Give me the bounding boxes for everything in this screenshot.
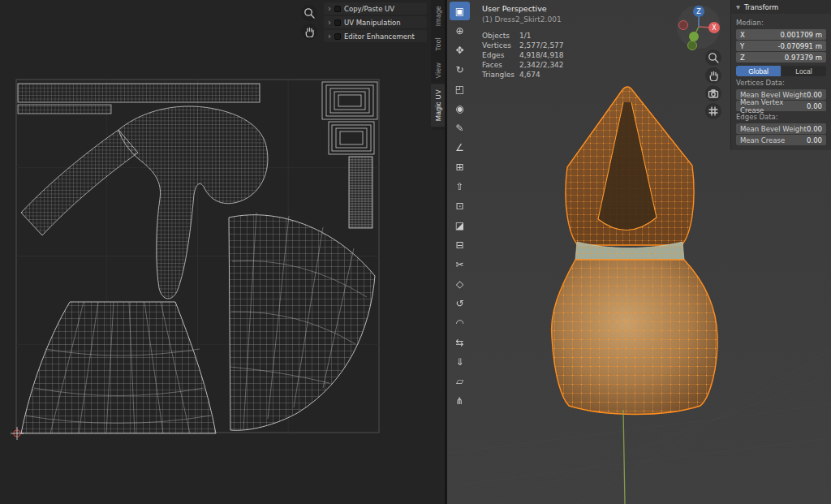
tool-edge-slide[interactable]: ⇆ bbox=[450, 333, 470, 351]
add-cube-icon: ⊞ bbox=[455, 162, 463, 173]
hand-icon bbox=[304, 26, 315, 37]
active-object-label: (1) Dress2_Skirt2.001 bbox=[482, 15, 562, 24]
tool-rotate[interactable]: ↻ bbox=[450, 60, 470, 79]
axis-value: 0.97379 m bbox=[785, 54, 822, 62]
stat-label: Triangles bbox=[482, 71, 519, 79]
gizmo-neg-y-ball bbox=[688, 41, 697, 50]
panel-uv-manipulation[interactable]: › UV Manipulation bbox=[324, 16, 427, 28]
uv-island-skirt-back bbox=[229, 213, 375, 430]
tool-move[interactable]: ✥ bbox=[450, 41, 470, 59]
panel-editor-enhancement[interactable]: › Editor Enhancement bbox=[324, 30, 427, 42]
tool-inset-faces[interactable]: ⊡ bbox=[450, 196, 470, 215]
gizmo-neg-x-ball bbox=[679, 21, 688, 30]
panel-label: UV Manipulation bbox=[344, 19, 401, 27]
uv-2d-cursor[interactable] bbox=[11, 427, 24, 440]
tool-measure[interactable]: ∠ bbox=[450, 138, 470, 157]
tab-image[interactable]: Image bbox=[431, 0, 445, 32]
viewport-camera-button[interactable] bbox=[705, 85, 721, 101]
copy-paste-uv-checkbox[interactable] bbox=[334, 6, 341, 12]
grid-icon bbox=[708, 106, 719, 117]
global-button[interactable]: Global bbox=[736, 66, 781, 76]
median-x-field[interactable]: X 0.001709 m bbox=[736, 29, 826, 40]
local-button[interactable]: Local bbox=[781, 66, 826, 76]
camera-icon bbox=[708, 88, 719, 99]
axis-value: 0.001709 m bbox=[780, 31, 822, 39]
view-perspective-label: User Perspective bbox=[482, 4, 562, 13]
axis-label: Z bbox=[740, 54, 745, 62]
uv-editor: › Copy/Paste UV › UV Manipulation › Edit… bbox=[0, 0, 445, 504]
tool-shear[interactable]: ▱ bbox=[450, 372, 470, 390]
editor-enhancement-checkbox[interactable] bbox=[334, 33, 341, 40]
tab-tool[interactable]: Tool bbox=[431, 32, 445, 57]
panel-label: Editor Enhancement bbox=[344, 32, 415, 41]
field-value: 0.00 bbox=[807, 91, 822, 99]
stat-value: 4,674 bbox=[519, 71, 540, 79]
uv-manipulation-checkbox[interactable] bbox=[334, 19, 341, 26]
gizmo-y-ball bbox=[689, 32, 699, 41]
median-z-field[interactable]: Z 0.97379 m bbox=[736, 52, 826, 62]
tool-bevel[interactable]: ◪ bbox=[450, 216, 470, 235]
stat-value: 1/1 bbox=[519, 32, 531, 40]
select-box-icon: ▣ bbox=[455, 6, 464, 17]
tool-scale[interactable]: ◰ bbox=[450, 80, 470, 98]
hand-icon bbox=[708, 70, 719, 81]
axis-value: -0.070991 m bbox=[777, 42, 822, 50]
poly-build-icon: ◇ bbox=[456, 278, 463, 290]
panel-label: Copy/Paste UV bbox=[344, 5, 394, 13]
extrude-icon: ⇧ bbox=[455, 181, 463, 192]
inset-icon: ⊡ bbox=[455, 200, 463, 212]
tool-select-box[interactable]: ▣ bbox=[450, 2, 470, 20]
orientation-toggle: Global Local bbox=[736, 66, 826, 76]
uv-sidebar-tabs: Image Tool View Magic UV bbox=[431, 0, 445, 130]
mean-bevel-weight-edge-field[interactable]: Mean Bevel Weight 0.00 bbox=[736, 123, 826, 134]
tool-rip-region[interactable]: ⋔ bbox=[450, 391, 470, 410]
tool-loop-cut[interactable]: ⊟ bbox=[450, 235, 470, 254]
axis-label: Y bbox=[740, 42, 744, 50]
tool-shrink-fatten[interactable]: ⇓ bbox=[450, 352, 470, 371]
navigation-gizmo[interactable]: Z X bbox=[675, 3, 722, 50]
rotate-icon: ↻ bbox=[455, 64, 463, 75]
stat-value: 2,342/2,342 bbox=[519, 61, 564, 69]
viewport-ortho-toggle[interactable] bbox=[705, 103, 721, 119]
median-y-field[interactable]: Y -0.070991 m bbox=[736, 41, 826, 51]
transform-panel-header[interactable]: ▾ Transform bbox=[731, 0, 831, 14]
uv-canvas[interactable] bbox=[0, 0, 445, 504]
tool-cursor[interactable]: ⊕ bbox=[450, 21, 470, 40]
mean-vertex-crease-field[interactable]: Mean Vertex Crease 0.00 bbox=[736, 101, 826, 111]
field-value: 0.00 bbox=[807, 102, 822, 110]
panel-copy-paste-uv[interactable]: › Copy/Paste UV bbox=[324, 2, 427, 15]
tool-smooth[interactable]: ◠ bbox=[450, 313, 470, 332]
median-label: Median: bbox=[736, 19, 826, 27]
field-label: Mean Vertex Crease bbox=[740, 98, 807, 114]
tool-extrude-region[interactable]: ⇧ bbox=[450, 177, 470, 196]
axis-label: X bbox=[740, 31, 745, 39]
mean-crease-field[interactable]: Mean Crease 0.00 bbox=[736, 135, 826, 145]
uv-addon-panels: › Copy/Paste UV › UV Manipulation › Edit… bbox=[324, 2, 427, 42]
stat-label: Faces bbox=[482, 61, 519, 69]
tool-transform[interactable]: ◉ bbox=[450, 99, 470, 118]
viewport-3d: ▣ ⊕ ✥ ↻ ◰ ◉ ✎ ∠ ⊞ ⇧ ⊡ ◪ ⊟ ✂ ◇ ↺ ◠ ⇆ ⇓ ▱ … bbox=[447, 0, 831, 504]
field-value: 0.00 bbox=[807, 136, 822, 144]
tool-knife[interactable]: ✂ bbox=[450, 255, 470, 274]
annotate-icon: ✎ bbox=[455, 123, 463, 134]
shear-icon: ▱ bbox=[456, 376, 463, 387]
uv-island-belt-rings bbox=[322, 82, 377, 154]
viewport-zoom-button[interactable] bbox=[705, 50, 721, 66]
viewport-header: User Perspective (1) Dress2_Skirt2.001 bbox=[482, 4, 562, 24]
tab-magic-uv[interactable]: Magic UV bbox=[431, 84, 445, 127]
uv-pan-button[interactable] bbox=[301, 24, 317, 40]
uv-island-vertical-strip bbox=[349, 157, 372, 228]
spin-icon: ↺ bbox=[455, 298, 463, 309]
tool-add-cube[interactable]: ⊞ bbox=[450, 157, 470, 176]
viewport-pan-button[interactable] bbox=[705, 67, 721, 84]
tool-spin[interactable]: ↺ bbox=[450, 294, 470, 312]
tool-poly-build[interactable]: ◇ bbox=[450, 274, 470, 293]
tab-view[interactable]: View bbox=[431, 57, 445, 84]
viewport-toolbar: ▣ ⊕ ✥ ↻ ◰ ◉ ✎ ∠ ⊞ ⇧ ⊡ ◪ ⊟ ✂ ◇ ↺ ◠ ⇆ ⇓ ▱ … bbox=[450, 2, 470, 410]
tool-annotate[interactable]: ✎ bbox=[450, 118, 470, 137]
dress-mesh[interactable] bbox=[552, 87, 718, 415]
uv-island-skirt-front bbox=[21, 302, 216, 433]
uv-zoom-button[interactable] bbox=[301, 5, 317, 21]
vertices-data-label: Vertices Data: bbox=[736, 79, 826, 87]
chevron-right-icon: › bbox=[328, 19, 331, 27]
